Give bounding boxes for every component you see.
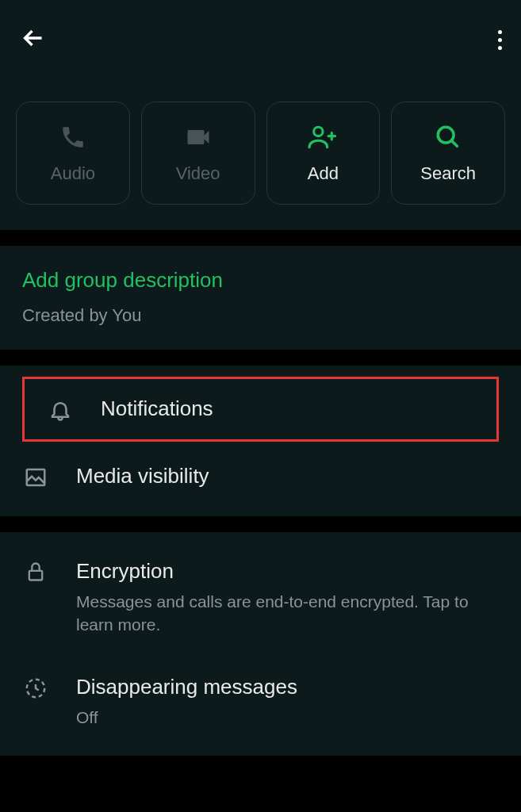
notifications-label: Notifications [101,396,474,421]
settings-section-2: Encryption Messages and calls are end-to… [0,532,521,756]
add-member-button[interactable]: Add [266,102,381,205]
search-button[interactable]: Search [391,102,505,205]
svg-rect-3 [29,571,42,580]
back-button[interactable] [19,24,48,56]
disappearing-subtitle: Off [76,706,499,729]
search-icon [435,122,462,152]
encryption-label: Encryption [76,559,499,584]
more-menu-button[interactable] [498,30,502,50]
add-person-icon [307,122,339,152]
audio-label: Audio [51,163,95,184]
created-by-text: Created by You [22,305,499,326]
lock-icon [22,559,49,583]
encryption-row[interactable]: Encryption Messages and calls are end-to… [0,540,521,656]
disappearing-label: Disappearing messages [76,675,499,699]
search-label: Search [420,163,476,184]
encryption-subtitle: Messages and calls are end-to-end encryp… [76,590,499,637]
media-visibility-label: Media visibility [76,464,499,488]
video-call-button[interactable]: Video [141,102,255,205]
settings-section-1: Notifications Media visibility [0,366,521,516]
action-bar: Audio Video Add Search [0,79,521,230]
bell-icon [47,396,74,422]
phone-icon [59,122,86,152]
add-description-link[interactable]: Add group description [22,268,499,293]
audio-call-button[interactable]: Audio [16,102,130,205]
svg-point-0 [314,127,323,136]
header [0,0,521,79]
timer-icon [22,675,49,700]
description-section: Add group description Created by You [0,246,521,350]
notifications-row[interactable]: Notifications [22,377,499,442]
disappearing-messages-row[interactable]: Disappearing messages Off [0,656,521,748]
more-icon [498,30,502,34]
video-label: Video [176,163,220,184]
image-icon [22,464,49,489]
add-label: Add [308,163,339,184]
video-icon [184,122,213,152]
media-visibility-row[interactable]: Media visibility [0,445,521,508]
